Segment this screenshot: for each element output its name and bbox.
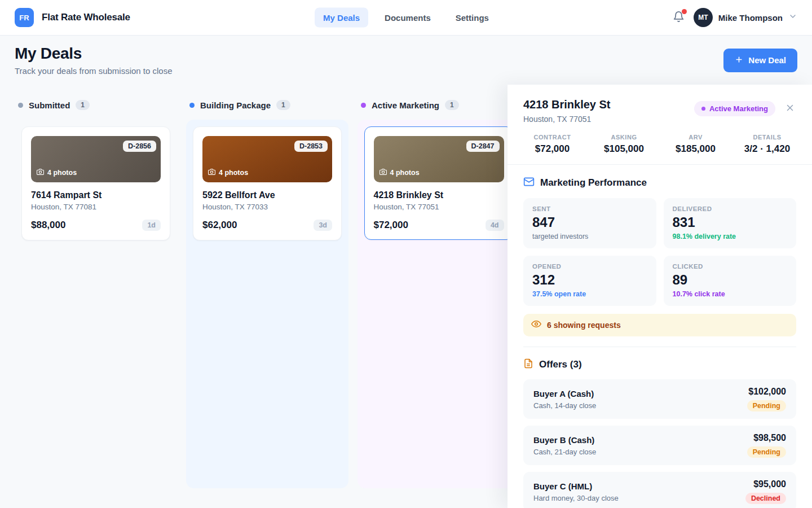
stat-card-sent: SENT 847 targeted investors xyxy=(523,198,656,248)
stat-asking: ASKING $105,000 xyxy=(588,134,660,155)
new-deal-label: New Deal xyxy=(748,55,786,65)
deal-card-5922-bellfort[interactable]: D-2853 4 photos 5922 Bellfort Ave Housto… xyxy=(193,126,342,240)
photos-count: 4 photos xyxy=(219,169,248,177)
offer-buyer: Buyer A (Cash) xyxy=(533,389,596,398)
card-age-badge: 4d xyxy=(486,220,504,231)
deal-id-badge: D-2856 xyxy=(123,141,156,152)
offer-row-buyer-a[interactable]: Buyer A (Cash) Cash, 14-day close $102,0… xyxy=(523,379,796,419)
offer-row-buyer-b[interactable]: Buyer B (Cash) Cash, 21-day close $98,50… xyxy=(523,426,796,465)
tab-my-deals[interactable]: My Deals xyxy=(315,8,368,28)
column-submitted: Submitted 1 D-2856 4 photos 7614 Rampart… xyxy=(15,94,177,488)
stat-details: DETAILS 3/2 · 1,420 xyxy=(731,134,803,155)
notification-dot xyxy=(682,9,687,14)
card-city: Houston, TX 77081 xyxy=(31,203,161,211)
card-city: Houston, TX 77051 xyxy=(374,203,504,211)
top-nav: FR Flat Rate Wholesale My Deals Document… xyxy=(0,0,812,36)
panel-subtitle: Houston, TX 77051 xyxy=(523,115,611,124)
status-label: Active Marketing xyxy=(709,104,768,113)
offer-terms: Cash, 14-day close xyxy=(533,401,596,410)
stat-card-clicked: CLICKED 89 10.7% click rate xyxy=(664,256,797,306)
offers-list: Buyer A (Cash) Cash, 14-day close $102,0… xyxy=(523,379,796,508)
tab-settings[interactable]: Settings xyxy=(447,8,497,28)
offer-status-badge: Pending xyxy=(747,446,786,458)
photos-label: 4 photos xyxy=(208,168,248,177)
offers-section: Offers (3) Buyer A (Cash) Cash, 14-day c… xyxy=(508,347,812,508)
deal-detail-panel: 4218 Brinkley St Houston, TX 77051 Activ… xyxy=(508,85,812,508)
column-body: D-2856 4 photos 7614 Rampart St Houston,… xyxy=(15,120,177,488)
plus-icon xyxy=(735,55,743,65)
offer-row-buyer-c[interactable]: Buyer C (HML) Hard money, 30-day close $… xyxy=(523,472,796,508)
column-header: Building Package 1 xyxy=(186,94,348,116)
column-count-badge: 1 xyxy=(445,100,459,110)
column-dot-icon xyxy=(361,103,366,108)
offer-amount: $95,000 xyxy=(745,479,786,489)
brand-name: Flat Rate Wholesale xyxy=(42,12,130,23)
marketing-stats-grid: SENT 847 targeted investors DELIVERED 83… xyxy=(523,198,796,306)
marketing-performance-section: Marketing Performance SENT 847 targeted … xyxy=(508,165,812,347)
notifications-button[interactable] xyxy=(673,11,685,25)
offer-terms: Hard money, 30-day close xyxy=(533,494,619,502)
offer-buyer: Buyer B (Cash) xyxy=(533,435,596,445)
column-header: Active Marketing 1 xyxy=(358,94,520,116)
column-body: D-2853 4 photos 5922 Bellfort Ave Housto… xyxy=(186,120,348,488)
card-city: Houston, TX 77033 xyxy=(202,203,332,211)
offer-buyer: Buyer C (HML) xyxy=(533,481,619,491)
card-age-badge: 3d xyxy=(314,220,332,231)
deal-id-badge: D-2847 xyxy=(466,141,500,152)
card-address: 5922 Bellfort Ave xyxy=(202,190,332,200)
envelope-icon xyxy=(523,176,535,190)
photos-count: 4 photos xyxy=(47,169,77,177)
tab-documents[interactable]: Documents xyxy=(376,8,439,28)
section-title: Marketing Performance xyxy=(540,177,647,189)
offer-amount: $102,000 xyxy=(747,387,786,397)
close-panel-button[interactable] xyxy=(784,102,796,116)
card-age-badge: 1d xyxy=(142,220,161,231)
offer-terms: Cash, 21-day close xyxy=(533,448,596,456)
user-menu[interactable]: MT Mike Thompson xyxy=(694,8,797,27)
camera-icon xyxy=(379,168,387,177)
nav-right: MT Mike Thompson xyxy=(673,8,797,27)
photos-count: 4 photos xyxy=(390,169,420,177)
column-title: Active Marketing xyxy=(372,100,439,110)
deal-card-7614-rampart[interactable]: D-2856 4 photos 7614 Rampart St Houston,… xyxy=(21,126,170,240)
card-address: 7614 Rampart St xyxy=(31,190,161,200)
eye-icon xyxy=(531,319,541,331)
card-price: $88,000 xyxy=(31,220,65,231)
deal-card-4218-brinkley[interactable]: D-2847 4 photos 4218 Brinkley St Houston… xyxy=(364,126,513,240)
showing-requests-banner[interactable]: 6 showing requests xyxy=(523,314,796,336)
user-name: Mike Thompson xyxy=(718,13,783,23)
stat-card-opened: OPENED 312 37.5% open rate xyxy=(523,256,656,306)
deal-stats-row: CONTRACT $72,000 ASKING $105,000 ARV $18… xyxy=(508,134,812,165)
status-dot-icon xyxy=(701,107,705,111)
column-header: Submitted 1 xyxy=(15,94,177,116)
camera-icon xyxy=(208,168,215,177)
card-price: $62,000 xyxy=(202,220,237,231)
panel-header: 4218 Brinkley St Houston, TX 77051 Activ… xyxy=(508,85,812,134)
column-count-badge: 1 xyxy=(276,100,290,110)
new-deal-button[interactable]: New Deal xyxy=(723,49,797,72)
offer-amount: $98,500 xyxy=(747,433,786,443)
stat-card-delivered: DELIVERED 831 98.1% delivery rate xyxy=(664,198,797,248)
offer-status-badge: Declined xyxy=(745,493,786,504)
document-icon xyxy=(523,358,533,371)
column-title: Building Package xyxy=(200,100,271,110)
camera-icon xyxy=(37,168,44,177)
column-active-marketing: Active Marketing 1 D-2847 4 photos 4218 … xyxy=(358,94,520,488)
section-title: Offers (3) xyxy=(539,359,582,370)
property-photo: D-2847 4 photos xyxy=(374,136,504,182)
chevron-down-icon xyxy=(788,12,797,23)
card-price: $72,000 xyxy=(374,220,408,231)
nav-tabs: My Deals Documents Settings xyxy=(315,8,497,28)
offer-status-badge: Pending xyxy=(747,400,786,411)
app-logo: FR xyxy=(15,8,34,27)
property-photo: D-2856 4 photos xyxy=(31,136,161,182)
status-badge: Active Marketing xyxy=(694,101,775,116)
column-count-badge: 1 xyxy=(76,100,90,110)
page-subtitle: Track your deals from submission to clos… xyxy=(15,66,173,76)
photos-label: 4 photos xyxy=(379,168,420,177)
close-icon xyxy=(785,103,795,115)
brand: FR Flat Rate Wholesale xyxy=(15,8,130,27)
column-dot-icon xyxy=(18,103,23,108)
column-body: D-2847 4 photos 4218 Brinkley St Houston… xyxy=(358,120,520,488)
page-header: My Deals Track your deals from submissio… xyxy=(0,36,812,85)
